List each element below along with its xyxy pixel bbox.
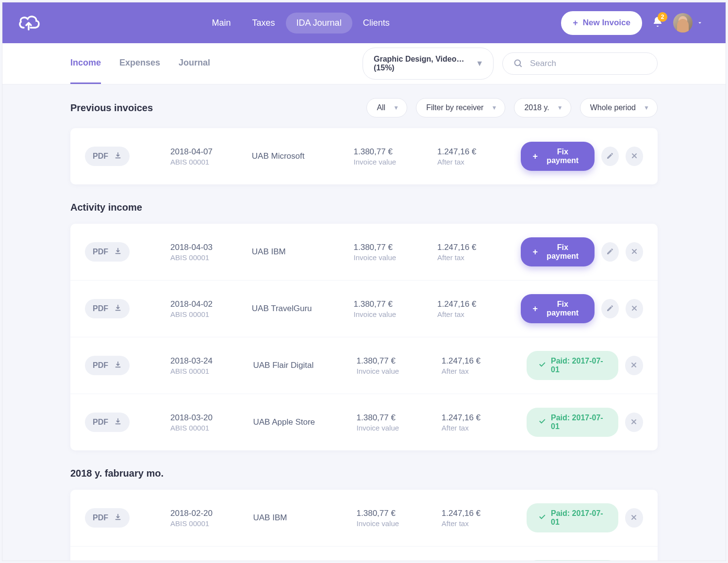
invoice-date: 2018-04-03 — [170, 243, 252, 252]
paid-pill: Paid: 2017-07-01 — [527, 503, 618, 532]
paid-pill: Paid: 2017-07-01 — [527, 560, 618, 561]
invoice-row: PDF 2018-04-07 ABIS 00001 UAB Microsoft … — [70, 128, 658, 184]
logo-icon — [17, 13, 40, 33]
new-invoice-button[interactable]: + New Invoice — [561, 11, 642, 35]
delete-button[interactable] — [625, 413, 643, 432]
invoice-client: UAB IBM — [252, 247, 354, 257]
invoice-code: ABIS 00001 — [170, 519, 253, 528]
nav-item[interactable]: IDA Journal — [286, 13, 352, 33]
search-input[interactable] — [530, 59, 646, 68]
nav-item[interactable]: Clients — [352, 13, 400, 33]
edit-button[interactable] — [601, 147, 619, 166]
download-icon — [114, 247, 122, 257]
invoice-amount: 1.380,77 € — [357, 356, 442, 366]
nav-item[interactable]: Taxes — [242, 13, 286, 33]
col-date: 2018-03-20 ABIS 00001 — [170, 413, 253, 432]
col-invoice-value: 1.380,77 € Invoice value — [354, 147, 437, 166]
invoice-value-label: Invoice value — [357, 519, 442, 528]
delete-button[interactable] — [626, 299, 643, 318]
pdf-label: PDF — [93, 361, 108, 370]
paid-pill: Paid: 2017-07-01 — [527, 351, 618, 380]
status-filter[interactable]: All▼ — [366, 98, 407, 117]
sub-tab[interactable]: Expenses — [119, 43, 160, 84]
delete-button[interactable] — [626, 242, 643, 262]
avatar — [673, 13, 693, 33]
invoice-amount: 1.380,77 € — [354, 243, 437, 252]
delete-button[interactable] — [626, 147, 643, 166]
invoice-card: PDF 2018-04-07 ABIS 00001 UAB Microsoft … — [70, 128, 658, 184]
pdf-download-button[interactable]: PDF — [85, 242, 130, 262]
filter-label: Whole period — [590, 103, 636, 112]
download-icon — [114, 513, 122, 523]
invoice-date: 2018-04-07 — [170, 147, 252, 157]
check-icon — [538, 417, 546, 427]
after-tax-amount: 1.247,16 € — [442, 509, 527, 518]
caret-down-icon: ▼ — [476, 59, 483, 68]
pdf-label: PDF — [93, 304, 108, 313]
invoice-amount: 1.380,77 € — [357, 509, 442, 518]
new-invoice-label: New Invoice — [583, 18, 630, 28]
row-actions: Paid: 2017-07-01 — [527, 560, 643, 561]
download-icon — [114, 417, 122, 427]
col-date: 2018-04-03 ABIS 00001 — [170, 243, 252, 262]
after-tax-amount: 1.247,16 € — [442, 356, 527, 366]
check-icon — [538, 513, 546, 523]
col-invoice-value: 1.380,77 € Invoice value — [357, 356, 442, 375]
pdf-download-button[interactable]: PDF — [85, 508, 130, 528]
period-filter[interactable]: Whole period▼ — [580, 98, 658, 117]
sub-tabs: IncomeExpensesJournal — [70, 43, 210, 84]
nav-item[interactable]: Main — [201, 13, 242, 33]
pdf-label: PDF — [93, 513, 108, 522]
sub-tab[interactable]: Income — [70, 43, 101, 84]
pdf-download-button[interactable]: PDF — [85, 356, 130, 375]
pdf-label: PDF — [93, 152, 108, 161]
invoice-card: PDF 2018-02-20 ABIS 00001 UAB IBM 1.380,… — [70, 490, 658, 561]
section-title: Activity income — [70, 202, 142, 213]
download-icon — [114, 361, 122, 370]
category-select[interactable]: Graphic Design, Video…(15%) ▼ — [363, 48, 494, 80]
filter-label: All — [377, 103, 385, 112]
col-after-tax: 1.247,16 € After tax — [442, 509, 527, 528]
invoice-date: 2018-02-20 — [170, 509, 253, 518]
pdf-download-button[interactable]: PDF — [85, 299, 130, 318]
after-tax-amount: 1.247,16 € — [437, 243, 521, 252]
section-header: Previous invoicesAll▼Filter by receiver▼… — [70, 98, 658, 117]
fix-payment-button[interactable]: +Fix payment — [521, 294, 594, 323]
row-actions: Paid: 2017-07-01 — [527, 503, 643, 532]
row-actions: +Fix payment — [521, 142, 643, 171]
sub-tab[interactable]: Journal — [179, 43, 210, 84]
invoice-row: PDF 2018-02-14 ABIS 00001 UAB TravelGuru… — [70, 546, 658, 561]
col-date: 2018-03-24 ABIS 00001 — [170, 356, 253, 375]
after-tax-label: After tax — [442, 367, 527, 375]
close-icon — [630, 152, 638, 161]
receiver-filter[interactable]: Filter by receiver▼ — [416, 98, 505, 117]
close-icon — [630, 304, 638, 314]
after-tax-label: After tax — [437, 310, 521, 318]
year-filter[interactable]: 2018 y.▼ — [514, 98, 571, 117]
close-icon — [630, 361, 638, 370]
after-tax-label: After tax — [442, 424, 527, 432]
caret-down-icon: ▼ — [492, 104, 497, 111]
fix-payment-button[interactable]: +Fix payment — [521, 142, 594, 171]
filter-label: 2018 y. — [524, 103, 549, 112]
invoice-card: PDF 2018-04-03 ABIS 00001 UAB IBM 1.380,… — [70, 224, 658, 450]
col-invoice-value: 1.380,77 € Invoice value — [357, 509, 442, 528]
edit-button[interactable] — [601, 299, 619, 318]
filter-bar: All▼Filter by receiver▼2018 y.▼Whole per… — [366, 98, 658, 117]
user-menu[interactable] — [673, 13, 703, 33]
main-nav: MainTaxesIDA JournalClients — [201, 13, 400, 33]
invoice-amount: 1.380,77 € — [354, 299, 437, 309]
pdf-download-button[interactable]: PDF — [85, 413, 130, 432]
svg-point-0 — [515, 60, 521, 66]
notifications-button[interactable]: 2 — [652, 16, 663, 30]
pdf-download-button[interactable]: PDF — [85, 147, 130, 166]
filter-label: Filter by receiver — [426, 103, 483, 112]
delete-button[interactable] — [625, 508, 643, 528]
col-after-tax: 1.247,16 € After tax — [442, 356, 527, 375]
category-label: Graphic Design, Video…(15%) — [374, 55, 464, 72]
fix-payment-button[interactable]: +Fix payment — [521, 237, 594, 266]
delete-button[interactable] — [625, 356, 643, 375]
fix-payment-label: Fix payment — [543, 148, 583, 165]
fix-payment-label: Fix payment — [543, 300, 583, 317]
edit-button[interactable] — [601, 242, 619, 262]
